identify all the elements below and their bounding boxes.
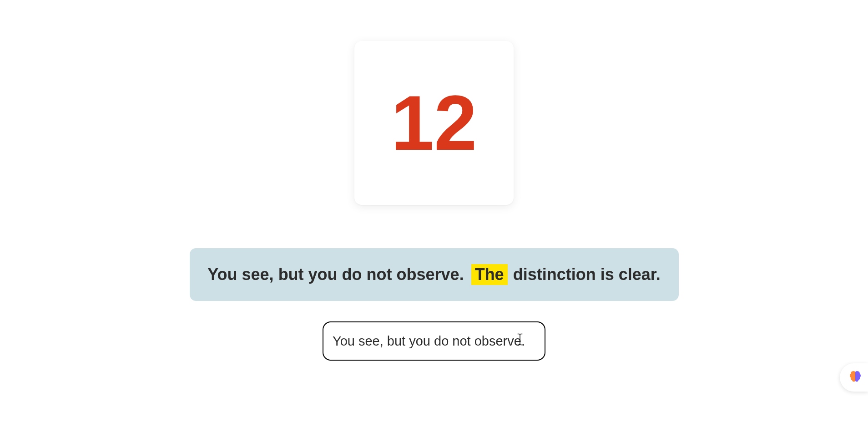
floating-help-badge[interactable] <box>840 363 868 392</box>
timer-value: 12 <box>391 84 477 162</box>
sentence-before: You see, but you do not observe. <box>207 265 468 284</box>
brain-icon <box>848 369 863 386</box>
sentence-prompt-bar: You see, but you do not observe. The dis… <box>190 248 679 301</box>
timer-card: 12 <box>354 41 514 205</box>
sentence-after: distinction is clear. <box>509 265 661 284</box>
sentence-highlight-current-word: The <box>471 264 508 285</box>
sentence-text: You see, but you do not observe. The dis… <box>207 264 661 285</box>
typing-input[interactable] <box>323 321 545 361</box>
typing-input-wrapper <box>323 321 545 361</box>
